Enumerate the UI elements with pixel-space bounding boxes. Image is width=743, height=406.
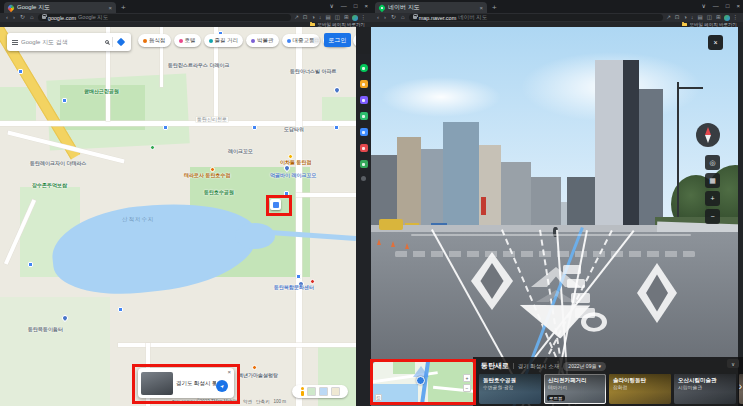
profile-avatar[interactable] <box>724 15 730 21</box>
minimize-icon[interactable]: — <box>341 1 347 11</box>
search-input[interactable]: Google 지도 검색 <box>21 38 102 47</box>
chip-1[interactable]: 음식점 <box>138 34 171 47</box>
maps-search-box[interactable]: Google 지도 검색 <box>7 33 131 51</box>
shortcuts-link[interactable]: 단축키 <box>256 399 270 404</box>
roadview-close-button[interactable]: × <box>708 35 723 50</box>
directions-icon[interactable] <box>117 38 125 46</box>
profile-avatar[interactable] <box>352 15 358 21</box>
menu-icon[interactable]: ⋮ <box>732 13 740 22</box>
address-bar[interactable]: map.naver.com 네이버 지도 <box>409 14 664 21</box>
address-bar[interactable]: google.com Google 지도 <box>38 14 292 21</box>
chip-3[interactable]: 즐길 거리 <box>204 34 244 47</box>
download-icon[interactable]: ↓ <box>318 13 323 22</box>
whale-icon[interactable]: ◑ <box>310 13 315 22</box>
whale-icon[interactable]: ◑ <box>682 13 687 22</box>
chip-icon <box>209 39 213 43</box>
sidebar-app-green[interactable] <box>360 112 368 120</box>
panel-card-4[interactable]: 오산시립미술관시립미술관 <box>674 374 736 404</box>
terms-link[interactable]: 약관 <box>243 399 252 404</box>
chip-label: 대중교통 <box>293 37 315 44</box>
traffic-cone <box>391 241 395 247</box>
close-icon[interactable]: × <box>736 1 740 11</box>
extensions-icon[interactable]: ⊞ <box>343 13 350 22</box>
road-location: 경기 화성시 소재 <box>518 363 560 370</box>
compass-control[interactable] <box>696 123 720 147</box>
menu-hamburger-icon[interactable] <box>12 40 18 45</box>
tab-naver-map[interactable]: 네이버 지도 × <box>375 2 487 13</box>
home-icon[interactable]: ⌂ <box>399 13 407 22</box>
new-tab-button[interactable]: + <box>492 3 497 13</box>
scale-label: 100 m <box>273 399 286 404</box>
search-icon[interactable] <box>105 40 109 44</box>
tab-close-icon[interactable]: × <box>108 5 112 11</box>
toolbar-action-icons: ↗⊡◑↓▤◫⊞⋮ <box>665 13 739 22</box>
cards-next-arrow[interactable]: › <box>739 381 742 392</box>
whale-sidebar <box>356 54 371 406</box>
menu-icon[interactable]: ⋮ <box>360 13 368 22</box>
poi-dot[interactable] <box>150 145 155 150</box>
login-button[interactable]: 로그인 <box>324 33 351 47</box>
reload-icon[interactable]: ↻ <box>389 13 398 22</box>
tab-search-icon[interactable]: ∨ <box>329 1 333 11</box>
zoom-in-button[interactable]: + <box>705 191 720 206</box>
capture-date-dropdown[interactable]: 2022년 09월 ▾ <box>563 362 606 371</box>
back-icon[interactable]: ‹ <box>375 13 381 22</box>
poi-pin[interactable] <box>333 86 341 94</box>
minimap-toggle-button[interactable]: ▦ <box>705 173 720 188</box>
sidebar-icon[interactable]: ▤ <box>696 13 703 22</box>
map-canvas[interactable]: 동탄린스트라우스 더레이크동탄아너스빌 아파트왕배산근린공원동탄신리천로도담타워… <box>0 27 356 406</box>
close-icon[interactable]: × <box>364 1 368 11</box>
panel-card-3[interactable]: 솔라이팅동탄잡화점 <box>609 374 671 404</box>
chip-2[interactable]: 호텔 <box>174 34 201 47</box>
map-road <box>118 343 356 347</box>
split-view-icon[interactable]: ◫ <box>334 13 341 22</box>
apps-grid-icon[interactable]: ⊞ <box>313 36 320 45</box>
sidebar-app-purple[interactable] <box>360 96 368 104</box>
panel-card-2[interactable]: 신리천카페거리테마거리로드뷰 <box>544 374 606 404</box>
sidebar-app-add[interactable] <box>361 176 366 181</box>
map-label: 레이크꼬모 <box>228 149 253 154</box>
chips-more-button[interactable]: › <box>353 34 356 47</box>
sidebar-app-drive[interactable] <box>360 160 368 168</box>
maximize-icon[interactable]: □ <box>354 1 358 11</box>
home-icon[interactable]: ⌂ <box>28 13 36 22</box>
extensions-icon[interactable]: ⊞ <box>715 13 722 22</box>
back-icon[interactable]: ‹ <box>4 13 10 22</box>
sidebar-app-red[interactable] <box>360 144 368 152</box>
forward-icon[interactable]: › <box>11 13 17 22</box>
map-style-thumb[interactable] <box>307 387 316 396</box>
download-icon[interactable]: ↓ <box>690 13 695 22</box>
nav-icons: ‹›↻⌂ <box>375 13 407 22</box>
divider <box>112 37 113 47</box>
maximize-icon[interactable]: □ <box>726 1 730 11</box>
split-view-icon[interactable]: ◫ <box>706 13 713 22</box>
bookmark-folder-icon <box>682 23 687 27</box>
capture-icon[interactable]: ⊡ <box>674 13 681 22</box>
tab-search-icon[interactable]: ∨ <box>701 1 705 11</box>
minimize-icon[interactable]: — <box>713 1 719 11</box>
pegman-icon[interactable] <box>300 387 304 396</box>
map-style-switcher[interactable] <box>292 385 348 398</box>
panel-card-1[interactable]: 동탄호수공원수변공원·광장 <box>479 374 541 404</box>
sidebar-app-orange[interactable] <box>360 80 368 88</box>
share-icon[interactable]: ↗ <box>293 13 300 22</box>
roadview-viewport[interactable]: × ◎▦+− 동탄새로 경기 화성시 소재 2022년 09월 ▾ <box>371 27 743 406</box>
tab-strip: Google 지도 × + ∨—□× <box>0 0 371 13</box>
map-style-thumb[interactable] <box>319 387 328 396</box>
forward-icon[interactable]: › <box>382 13 388 22</box>
new-tab-button[interactable]: + <box>121 3 126 13</box>
share-icon[interactable]: ↗ <box>665 13 672 22</box>
zoom-out-button[interactable]: − <box>705 209 720 224</box>
tab-close-icon[interactable]: × <box>479 5 483 11</box>
sidebar-app-naver[interactable] <box>360 64 368 72</box>
chip-4[interactable]: 박물관 <box>246 34 279 47</box>
panel-collapse-button[interactable]: ∨ <box>727 359 739 368</box>
map-style-thumb[interactable] <box>331 387 340 396</box>
sidebar-icon[interactable]: ▤ <box>324 13 331 22</box>
capture-icon[interactable]: ⊡ <box>302 13 309 22</box>
tab-google-maps[interactable]: Google 지도 × <box>4 2 116 13</box>
sidebar-app-blue[interactable] <box>360 128 368 136</box>
reload-icon[interactable]: ↻ <box>18 13 27 22</box>
measure-button[interactable]: ◎ <box>705 155 720 170</box>
poi-dot[interactable] <box>252 365 257 370</box>
